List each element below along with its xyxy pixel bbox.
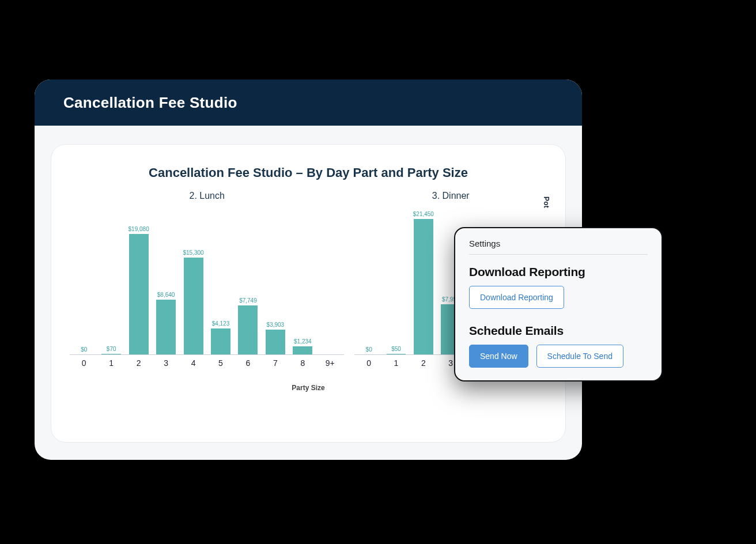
bars-lunch: $0$70$19,080$8,640$15,300$4,123$7,749$3,… <box>70 205 344 355</box>
chart-xlabel: Party Size <box>70 384 547 392</box>
bar-value-label: $0 <box>366 346 372 353</box>
bar-value-label: $7,749 <box>239 297 257 304</box>
download-heading: Download Reporting <box>469 265 648 279</box>
x-tick: 1 <box>99 358 123 368</box>
bar-col-lunch-7: $3,903 <box>263 322 287 354</box>
panel-lunch: 2. Lunch $0$70$19,080$8,640$15,300$4,123… <box>70 191 344 368</box>
x-tick: 0 <box>357 358 380 368</box>
bar <box>387 354 406 354</box>
panel-dinner-title: 3. Dinner <box>354 191 547 201</box>
bar-col-lunch-4: $15,300 <box>182 250 205 354</box>
bar-value-label: $15,300 <box>183 250 203 256</box>
legend-side-label: Pot <box>542 197 550 208</box>
bar-col-lunch-5: $4,123 <box>209 320 232 354</box>
chart-title: Cancellation Fee Studio – By Day Part an… <box>70 165 547 180</box>
bar-value-label: $50 <box>391 346 401 352</box>
ticks-lunch: 0123456789+ <box>70 355 344 368</box>
bar-col-dinner-1: $50 <box>384 346 408 354</box>
bar <box>293 346 312 354</box>
x-tick: 2 <box>411 358 435 368</box>
x-tick: 6 <box>236 358 260 368</box>
panel-lunch-title: 2. Lunch <box>70 191 344 201</box>
bar-col-lunch-8: $1,234 <box>291 338 315 354</box>
bar <box>156 300 176 354</box>
bar-value-label: $4,123 <box>212 320 230 327</box>
bar-col-lunch-0: $0 <box>72 346 96 354</box>
bar-col-lunch-9+ <box>318 353 342 354</box>
bar <box>266 330 285 354</box>
bar <box>101 354 121 354</box>
bar-value-label: $8,640 <box>157 292 175 298</box>
window-titlebar: Cancellation Fee Studio <box>35 80 582 126</box>
schedule-heading: Schedule Emails <box>469 324 648 338</box>
download-reporting-button[interactable]: Download Reporting <box>469 286 564 309</box>
bar-col-lunch-6: $7,749 <box>236 297 260 354</box>
bar-value-label: $0 <box>81 346 87 353</box>
x-tick: 9+ <box>318 358 342 368</box>
bar <box>184 258 203 354</box>
x-tick: 8 <box>291 358 315 368</box>
window-title: Cancellation Fee Studio <box>63 94 237 112</box>
bar-value-label: $70 <box>107 346 116 352</box>
bar-col-dinner-2: $21,450 <box>411 211 435 354</box>
x-tick: 1 <box>384 358 408 368</box>
bar-value-label: $1,234 <box>294 338 312 345</box>
bar <box>238 305 258 354</box>
bar-col-lunch-3: $8,640 <box>154 292 177 354</box>
schedule-to-send-button[interactable]: Schedule To Send <box>536 345 623 368</box>
x-tick: 2 <box>127 358 150 368</box>
x-tick: 0 <box>72 358 96 368</box>
settings-title: Settings <box>469 239 648 255</box>
bar <box>211 328 230 354</box>
send-now-button[interactable]: Send Now <box>469 345 528 368</box>
bar-col-lunch-2: $19,080 <box>127 226 150 354</box>
bar-value-label: $19,080 <box>128 226 149 232</box>
bar-col-lunch-1: $70 <box>99 346 123 354</box>
x-tick: 4 <box>182 358 205 368</box>
bar <box>414 219 433 354</box>
x-tick: 5 <box>209 358 232 368</box>
bar-value-label: $21,450 <box>413 211 434 217</box>
bar <box>129 234 149 354</box>
x-tick: 3 <box>154 358 177 368</box>
settings-popover: Settings Download Reporting Download Rep… <box>454 227 663 381</box>
bar-value-label: $3,903 <box>267 322 285 328</box>
bar-col-dinner-0: $0 <box>357 346 380 354</box>
x-tick: 7 <box>263 358 287 368</box>
